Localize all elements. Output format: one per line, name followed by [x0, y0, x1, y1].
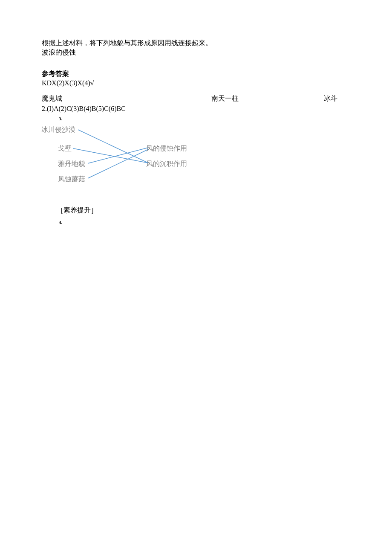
answers-heading: 参考答案: [42, 69, 350, 78]
label-nantianyizhu: 南天一柱: [211, 94, 239, 103]
label-moguicheng: 魔鬼城: [42, 94, 62, 103]
matching-diagram: 冰川侵沙漠 戈壁 雅丹地貌 风蚀蘑菇 风的侵蚀作用 风的沉积作用: [42, 124, 242, 200]
instruction-line-2: 波浪的侵蚀: [42, 48, 350, 57]
section-so-you: ［素养提升］: [57, 206, 350, 215]
three-column-labels: 魔鬼城 南天一柱 冰斗: [42, 94, 350, 103]
answer-line-1: KDX(2)X(3)X(4)√: [42, 78, 350, 88]
diagram-lines: [42, 124, 242, 200]
instruction-line-1: 根据上述材料，将下列地貌与其形成原因用线连接起来。: [42, 38, 350, 48]
line-fengshi-erosion: [88, 149, 148, 178]
line-bingchuan-deposition: [78, 130, 148, 163]
number-4: 4.: [59, 219, 350, 225]
answer-line-2: 2.(I)A(2)C(3)B(4)B(5)C(6)BC: [42, 104, 350, 113]
number-3: 3.: [59, 116, 350, 122]
label-bingdou: 冰斗: [324, 94, 337, 103]
